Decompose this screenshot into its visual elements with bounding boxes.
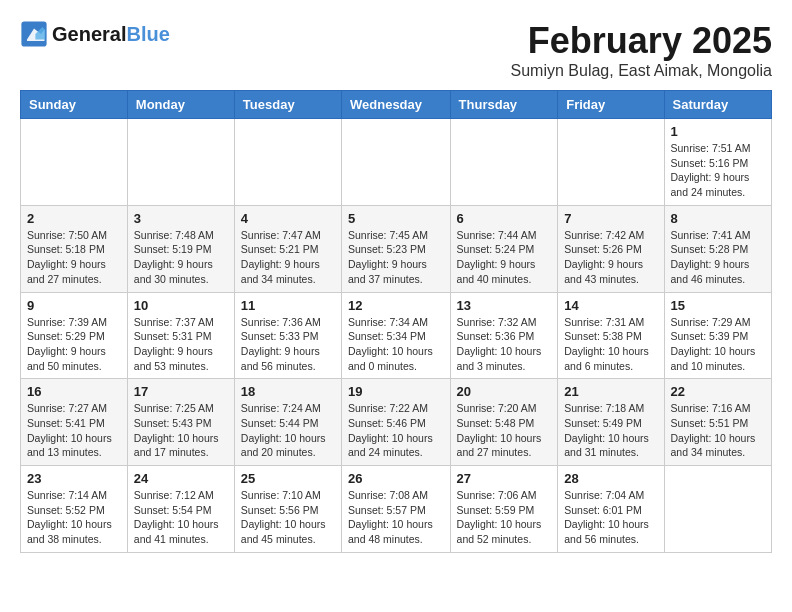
day-info: Sunrise: 7:42 AM Sunset: 5:26 PM Dayligh… [564,228,657,287]
day-info: Sunrise: 7:45 AM Sunset: 5:23 PM Dayligh… [348,228,444,287]
logo: GeneralBlue [20,20,170,48]
day-info: Sunrise: 7:37 AM Sunset: 5:31 PM Dayligh… [134,315,228,374]
day-info: Sunrise: 7:47 AM Sunset: 5:21 PM Dayligh… [241,228,335,287]
weekday-header-thursday: Thursday [450,91,558,119]
day-cell [234,119,341,206]
day-number: 26 [348,471,444,486]
day-cell [21,119,128,206]
day-info: Sunrise: 7:12 AM Sunset: 5:54 PM Dayligh… [134,488,228,547]
day-info: Sunrise: 7:32 AM Sunset: 5:36 PM Dayligh… [457,315,552,374]
day-number: 6 [457,211,552,226]
week-row-4: 16Sunrise: 7:27 AM Sunset: 5:41 PM Dayli… [21,379,772,466]
day-number: 27 [457,471,552,486]
day-cell [664,466,771,553]
day-info: Sunrise: 7:04 AM Sunset: 6:01 PM Dayligh… [564,488,657,547]
weekday-header-friday: Friday [558,91,664,119]
day-info: Sunrise: 7:41 AM Sunset: 5:28 PM Dayligh… [671,228,765,287]
day-info: Sunrise: 7:25 AM Sunset: 5:43 PM Dayligh… [134,401,228,460]
day-cell: 21Sunrise: 7:18 AM Sunset: 5:49 PM Dayli… [558,379,664,466]
day-info: Sunrise: 7:31 AM Sunset: 5:38 PM Dayligh… [564,315,657,374]
day-info: Sunrise: 7:18 AM Sunset: 5:49 PM Dayligh… [564,401,657,460]
day-cell: 14Sunrise: 7:31 AM Sunset: 5:38 PM Dayli… [558,292,664,379]
day-cell: 26Sunrise: 7:08 AM Sunset: 5:57 PM Dayli… [342,466,451,553]
day-cell: 22Sunrise: 7:16 AM Sunset: 5:51 PM Dayli… [664,379,771,466]
day-info: Sunrise: 7:24 AM Sunset: 5:44 PM Dayligh… [241,401,335,460]
day-info: Sunrise: 7:50 AM Sunset: 5:18 PM Dayligh… [27,228,121,287]
day-number: 14 [564,298,657,313]
day-number: 16 [27,384,121,399]
week-row-1: 1Sunrise: 7:51 AM Sunset: 5:16 PM Daylig… [21,119,772,206]
day-info: Sunrise: 7:08 AM Sunset: 5:57 PM Dayligh… [348,488,444,547]
header: GeneralBlue February 2025 Sumiyn Bulag, … [20,20,772,80]
day-info: Sunrise: 7:51 AM Sunset: 5:16 PM Dayligh… [671,141,765,200]
weekday-header-saturday: Saturday [664,91,771,119]
day-cell: 11Sunrise: 7:36 AM Sunset: 5:33 PM Dayli… [234,292,341,379]
day-cell [127,119,234,206]
day-number: 17 [134,384,228,399]
day-number: 13 [457,298,552,313]
day-cell: 2Sunrise: 7:50 AM Sunset: 5:18 PM Daylig… [21,205,128,292]
day-number: 25 [241,471,335,486]
day-cell: 24Sunrise: 7:12 AM Sunset: 5:54 PM Dayli… [127,466,234,553]
day-number: 15 [671,298,765,313]
day-info: Sunrise: 7:44 AM Sunset: 5:24 PM Dayligh… [457,228,552,287]
day-cell: 9Sunrise: 7:39 AM Sunset: 5:29 PM Daylig… [21,292,128,379]
day-info: Sunrise: 7:27 AM Sunset: 5:41 PM Dayligh… [27,401,121,460]
weekday-header-tuesday: Tuesday [234,91,341,119]
day-number: 12 [348,298,444,313]
day-info: Sunrise: 7:20 AM Sunset: 5:48 PM Dayligh… [457,401,552,460]
day-number: 22 [671,384,765,399]
day-cell [450,119,558,206]
day-cell: 8Sunrise: 7:41 AM Sunset: 5:28 PM Daylig… [664,205,771,292]
day-number: 9 [27,298,121,313]
day-info: Sunrise: 7:39 AM Sunset: 5:29 PM Dayligh… [27,315,121,374]
day-number: 20 [457,384,552,399]
day-info: Sunrise: 7:14 AM Sunset: 5:52 PM Dayligh… [27,488,121,547]
day-number: 24 [134,471,228,486]
day-number: 21 [564,384,657,399]
week-row-5: 23Sunrise: 7:14 AM Sunset: 5:52 PM Dayli… [21,466,772,553]
day-info: Sunrise: 7:22 AM Sunset: 5:46 PM Dayligh… [348,401,444,460]
day-number: 8 [671,211,765,226]
day-cell: 18Sunrise: 7:24 AM Sunset: 5:44 PM Dayli… [234,379,341,466]
weekday-header-sunday: Sunday [21,91,128,119]
day-cell: 5Sunrise: 7:45 AM Sunset: 5:23 PM Daylig… [342,205,451,292]
day-cell: 13Sunrise: 7:32 AM Sunset: 5:36 PM Dayli… [450,292,558,379]
logo-text: GeneralBlue [52,23,170,45]
title-block: February 2025 Sumiyn Bulag, East Aimak, … [511,20,772,80]
day-cell: 4Sunrise: 7:47 AM Sunset: 5:21 PM Daylig… [234,205,341,292]
day-cell: 19Sunrise: 7:22 AM Sunset: 5:46 PM Dayli… [342,379,451,466]
day-cell: 12Sunrise: 7:34 AM Sunset: 5:34 PM Dayli… [342,292,451,379]
day-info: Sunrise: 7:06 AM Sunset: 5:59 PM Dayligh… [457,488,552,547]
day-number: 10 [134,298,228,313]
day-number: 23 [27,471,121,486]
day-info: Sunrise: 7:16 AM Sunset: 5:51 PM Dayligh… [671,401,765,460]
day-cell: 28Sunrise: 7:04 AM Sunset: 6:01 PM Dayli… [558,466,664,553]
day-info: Sunrise: 7:10 AM Sunset: 5:56 PM Dayligh… [241,488,335,547]
calendar-table: SundayMondayTuesdayWednesdayThursdayFrid… [20,90,772,553]
day-info: Sunrise: 7:34 AM Sunset: 5:34 PM Dayligh… [348,315,444,374]
day-number: 4 [241,211,335,226]
day-cell: 6Sunrise: 7:44 AM Sunset: 5:24 PM Daylig… [450,205,558,292]
week-row-2: 2Sunrise: 7:50 AM Sunset: 5:18 PM Daylig… [21,205,772,292]
day-number: 28 [564,471,657,486]
logo-icon [20,20,48,48]
day-number: 5 [348,211,444,226]
day-cell: 3Sunrise: 7:48 AM Sunset: 5:19 PM Daylig… [127,205,234,292]
week-row-3: 9Sunrise: 7:39 AM Sunset: 5:29 PM Daylig… [21,292,772,379]
day-info: Sunrise: 7:48 AM Sunset: 5:19 PM Dayligh… [134,228,228,287]
day-cell: 1Sunrise: 7:51 AM Sunset: 5:16 PM Daylig… [664,119,771,206]
day-cell: 23Sunrise: 7:14 AM Sunset: 5:52 PM Dayli… [21,466,128,553]
day-number: 19 [348,384,444,399]
weekday-header-wednesday: Wednesday [342,91,451,119]
day-cell: 10Sunrise: 7:37 AM Sunset: 5:31 PM Dayli… [127,292,234,379]
day-cell [558,119,664,206]
day-number: 2 [27,211,121,226]
day-number: 1 [671,124,765,139]
day-number: 11 [241,298,335,313]
day-cell [342,119,451,206]
day-cell: 7Sunrise: 7:42 AM Sunset: 5:26 PM Daylig… [558,205,664,292]
location-title: Sumiyn Bulag, East Aimak, Mongolia [511,62,772,80]
weekday-header-monday: Monday [127,91,234,119]
day-number: 3 [134,211,228,226]
